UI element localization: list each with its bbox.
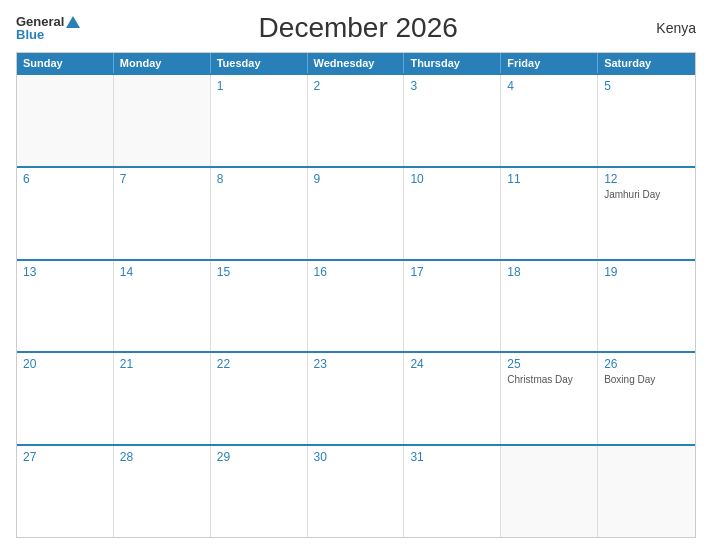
col-monday: Monday <box>114 53 211 73</box>
calendar-cell: 7 <box>114 168 211 259</box>
week-5: 2728293031 <box>17 444 695 537</box>
calendar-cell: 17 <box>404 261 501 352</box>
week-3: 13141516171819 <box>17 259 695 352</box>
calendar-cell: 23 <box>308 353 405 444</box>
day-number: 28 <box>120 450 204 464</box>
day-number: 4 <box>507 79 591 93</box>
day-number: 20 <box>23 357 107 371</box>
col-wednesday: Wednesday <box>308 53 405 73</box>
day-number: 15 <box>217 265 301 279</box>
calendar-cell: 14 <box>114 261 211 352</box>
calendar-title: December 2026 <box>80 12 636 44</box>
calendar-cell: 24 <box>404 353 501 444</box>
calendar-cell: 18 <box>501 261 598 352</box>
day-number: 2 <box>314 79 398 93</box>
day-number: 29 <box>217 450 301 464</box>
day-number: 3 <box>410 79 494 93</box>
day-number: 9 <box>314 172 398 186</box>
logo-triangle-icon <box>66 16 80 28</box>
day-number: 10 <box>410 172 494 186</box>
col-thursday: Thursday <box>404 53 501 73</box>
page: General Blue December 2026 Kenya Sunday … <box>0 0 712 550</box>
calendar-cell <box>114 75 211 166</box>
logo: General Blue <box>16 15 80 41</box>
calendar-cell: 4 <box>501 75 598 166</box>
day-number: 13 <box>23 265 107 279</box>
calendar-cell: 20 <box>17 353 114 444</box>
calendar-cell <box>17 75 114 166</box>
calendar-cell: 29 <box>211 446 308 537</box>
day-number: 1 <box>217 79 301 93</box>
country-label: Kenya <box>636 20 696 36</box>
day-number: 14 <box>120 265 204 279</box>
day-number: 21 <box>120 357 204 371</box>
col-sunday: Sunday <box>17 53 114 73</box>
week-1: 12345 <box>17 73 695 166</box>
header: General Blue December 2026 Kenya <box>16 12 696 44</box>
day-number: 27 <box>23 450 107 464</box>
day-number: 22 <box>217 357 301 371</box>
calendar-cell: 19 <box>598 261 695 352</box>
week-4: 202122232425Christmas Day26Boxing Day <box>17 351 695 444</box>
day-number: 5 <box>604 79 689 93</box>
calendar-cell: 28 <box>114 446 211 537</box>
day-number: 31 <box>410 450 494 464</box>
calendar-cell: 15 <box>211 261 308 352</box>
day-number: 11 <box>507 172 591 186</box>
col-saturday: Saturday <box>598 53 695 73</box>
week-2: 6789101112Jamhuri Day <box>17 166 695 259</box>
calendar-cell: 25Christmas Day <box>501 353 598 444</box>
logo-blue-text: Blue <box>16 28 44 41</box>
day-number: 23 <box>314 357 398 371</box>
calendar-cell: 3 <box>404 75 501 166</box>
day-number: 19 <box>604 265 689 279</box>
day-number: 12 <box>604 172 689 186</box>
calendar-cell: 11 <box>501 168 598 259</box>
day-number: 6 <box>23 172 107 186</box>
calendar-cell: 16 <box>308 261 405 352</box>
col-friday: Friday <box>501 53 598 73</box>
calendar-cell: 31 <box>404 446 501 537</box>
day-number: 25 <box>507 357 591 371</box>
calendar-cell: 27 <box>17 446 114 537</box>
calendar: Sunday Monday Tuesday Wednesday Thursday… <box>16 52 696 538</box>
day-event: Christmas Day <box>507 373 591 386</box>
day-number: 8 <box>217 172 301 186</box>
day-event: Boxing Day <box>604 373 689 386</box>
calendar-cell: 30 <box>308 446 405 537</box>
day-number: 7 <box>120 172 204 186</box>
calendar-cell: 6 <box>17 168 114 259</box>
calendar-body: 123456789101112Jamhuri Day13141516171819… <box>17 73 695 537</box>
calendar-cell: 2 <box>308 75 405 166</box>
calendar-cell: 5 <box>598 75 695 166</box>
calendar-cell: 13 <box>17 261 114 352</box>
calendar-cell: 12Jamhuri Day <box>598 168 695 259</box>
calendar-cell: 9 <box>308 168 405 259</box>
day-number: 16 <box>314 265 398 279</box>
day-number: 24 <box>410 357 494 371</box>
calendar-cell: 8 <box>211 168 308 259</box>
day-number: 17 <box>410 265 494 279</box>
calendar-cell <box>598 446 695 537</box>
calendar-cell: 10 <box>404 168 501 259</box>
day-event: Jamhuri Day <box>604 188 689 201</box>
col-tuesday: Tuesday <box>211 53 308 73</box>
day-number: 26 <box>604 357 689 371</box>
calendar-cell: 21 <box>114 353 211 444</box>
calendar-cell: 26Boxing Day <box>598 353 695 444</box>
calendar-cell: 22 <box>211 353 308 444</box>
day-number: 30 <box>314 450 398 464</box>
calendar-cell <box>501 446 598 537</box>
calendar-cell: 1 <box>211 75 308 166</box>
day-number: 18 <box>507 265 591 279</box>
calendar-header: Sunday Monday Tuesday Wednesday Thursday… <box>17 53 695 73</box>
